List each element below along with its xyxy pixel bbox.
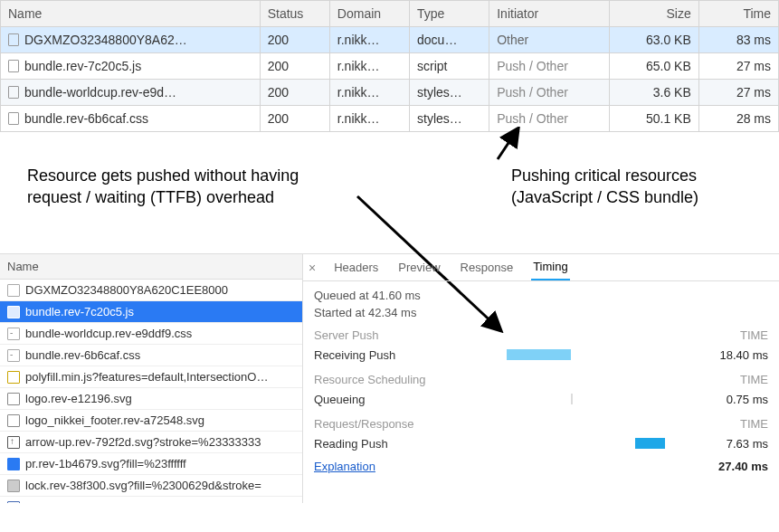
tab-timing[interactable]: Timing: [531, 254, 570, 280]
list-item-label: DGXMZO32348800Y8A620C1EE8000: [25, 283, 228, 297]
cell-time: 28 ms: [698, 106, 778, 132]
annotation-right-line2: (JavaScript / CSS bundle): [511, 188, 698, 206]
square-blue-icon: [7, 458, 20, 470]
cell-name: bundle.rev-7c20c5.js: [1, 53, 261, 80]
annotations: Resource gets pushed without having requ…: [18, 165, 761, 246]
timing-row-label: Receiving Push: [314, 348, 432, 362]
file-list-header: Name: [0, 254, 302, 280]
timing-bar: [635, 438, 665, 449]
details-panel: Name DGXMZO32348800Y8A620C1EE8000bundle.…: [0, 253, 779, 503]
timing-total-row: Explanation 27.40 ms: [314, 460, 768, 473]
table-row[interactable]: bundle.rev-7c20c5.js200r.nikk…scriptPush…: [1, 53, 779, 80]
list-item[interactable]: polyfill.min.js?features=default,Interse…: [0, 366, 302, 388]
list-item-label: logo_nikkei_footer.rev-a72548.svg: [25, 413, 204, 427]
timing-section: Request/ResponseTIMEReading Push7.63 ms: [314, 417, 768, 452]
col-time[interactable]: Time: [698, 1, 778, 27]
cell-time: 27 ms: [698, 80, 778, 106]
list-item-label: bundle.rev-7c20c5.js: [25, 305, 134, 318]
cell-status: 200: [260, 106, 329, 132]
list-item-label: arrow-up.rev-792f2d.svg?stroke=%23333333: [25, 435, 261, 449]
col-type[interactable]: Type: [410, 1, 489, 27]
cell-name: DGXMZO32348800Y8A62…: [1, 27, 261, 53]
timing-panel: Queued at 41.60 ms Started at 42.34 ms S…: [303, 281, 779, 477]
timing-bar: [507, 349, 571, 360]
cell-domain: r.nikk…: [329, 27, 409, 53]
network-table[interactable]: NameStatusDomainTypeInitiatorSizeTime DG…: [0, 0, 779, 132]
file-list[interactable]: Name DGXMZO32348800Y8A620C1EE8000bundle.…: [0, 254, 303, 503]
img-icon: [7, 393, 20, 405]
tab-response[interactable]: Response: [459, 255, 516, 280]
file-icon: [8, 60, 19, 72]
tab-preview[interactable]: Preview: [396, 255, 442, 280]
cell-status: 200: [260, 80, 329, 106]
col-name[interactable]: Name: [1, 1, 261, 27]
list-item-label: pr.rev-1b4679.svg?fill=%23ffffff: [25, 457, 186, 470]
table-row[interactable]: bundle.rev-6b6caf.css200r.nikk…styles…Pu…: [1, 106, 779, 132]
list-item[interactable]: arrow-up.rev-792f2d.svg?stroke=%23333333: [0, 432, 302, 453]
list-item[interactable]: lock.rev-38f300.svg?fill=%2300629d&strok…: [0, 475, 302, 497]
timing-row: Receiving Push18.40 ms: [314, 346, 768, 364]
cell-size: 65.0 KB: [609, 53, 698, 80]
list-item[interactable]: logo_nikkei_footer.rev-a72548.svg: [0, 410, 302, 432]
table-row[interactable]: DGXMZO32348800Y8A62…200r.nikk…docu…Other…: [1, 27, 779, 53]
css-icon: [7, 349, 20, 362]
cell-status: 200: [260, 53, 329, 80]
list-item-label: polyfill.min.js?features=default,Interse…: [25, 370, 268, 384]
time-heading: TIME: [740, 417, 768, 431]
cell-size: 50.1 KB: [609, 106, 698, 132]
table-row[interactable]: bundle-worldcup.rev-e9d…200r.nikk…styles…: [1, 80, 779, 106]
cell-size: 3.6 KB: [609, 80, 698, 106]
timing-total-value: 27.40 ms: [718, 460, 768, 473]
list-item[interactable]: bundle.rev-6b6caf.css: [0, 345, 302, 366]
js-icon: [7, 306, 20, 318]
list-item[interactable]: bundle-worldcup.rev-e9ddf9.css: [0, 323, 302, 345]
js-icon: [7, 371, 20, 384]
col-status[interactable]: Status: [260, 1, 329, 27]
col-initiator[interactable]: Initiator: [489, 1, 609, 27]
col-domain[interactable]: Domain: [329, 1, 409, 27]
time-heading: TIME: [740, 373, 768, 386]
cell-initiator: Other: [489, 27, 609, 53]
time-heading: TIME: [740, 328, 768, 342]
cell-type: script: [410, 53, 489, 80]
annotation-left: Resource gets pushed without having requ…: [27, 165, 353, 209]
square-white-icon: [7, 480, 20, 492]
timing-bar-track: [432, 347, 699, 362]
doc-icon: [7, 284, 20, 297]
timing-sections: Server PushTIMEReceiving Push18.40 msRes…: [314, 328, 768, 452]
timing-row: Reading Push7.63 ms: [314, 434, 768, 452]
cell-name: bundle.rev-6b6caf.css: [1, 106, 261, 132]
list-item[interactable]: bundle.rev-7c20c5.js: [0, 301, 302, 323]
started-text: Started at 42.34 ms: [314, 306, 768, 319]
timing-bar: [571, 394, 573, 404]
timing-bar-track: [432, 392, 699, 406]
file-icon: [8, 112, 19, 125]
explanation-link[interactable]: Explanation: [314, 460, 375, 473]
tab-headers[interactable]: Headers: [332, 255, 380, 280]
tabs: × HeadersPreviewResponseTiming: [303, 254, 779, 281]
annotation-left-line2: request / waiting (TTFB) overhead: [27, 188, 274, 206]
section-title: Request/Response: [314, 417, 414, 431]
cell-initiator: Push / Other: [489, 106, 609, 132]
svg-line-0: [498, 132, 516, 159]
cell-initiator: Push / Other: [489, 53, 609, 80]
col-size[interactable]: Size: [609, 1, 698, 27]
cell-name: bundle-worldcup.rev-e9d…: [1, 80, 261, 106]
cell-time: 83 ms: [698, 27, 778, 53]
list-item-label: lock.rev-38f300.svg?fill=%2300629d&strok…: [25, 479, 261, 492]
img-icon: [7, 414, 20, 427]
close-icon[interactable]: ×: [309, 261, 316, 275]
list-item[interactable]: DGXMZO32348800Y8A620C1EE8000: [0, 280, 302, 301]
cell-initiator: Push / Other: [489, 80, 609, 106]
svg-arrow-icon: [7, 436, 20, 449]
list-item-label: facebook-fill.rev-7cbafb.svg?fill=%23006…: [25, 500, 256, 503]
cell-type: docu…: [410, 27, 489, 53]
cell-status: 200: [260, 27, 329, 53]
timing-bar-track: [432, 436, 699, 451]
annotation-left-line1: Resource gets pushed without having: [27, 166, 299, 185]
list-item[interactable]: facebook-fill.rev-7cbafb.svg?fill=%23006…: [0, 497, 302, 503]
list-item[interactable]: logo.rev-e12196.svg: [0, 388, 302, 410]
list-item[interactable]: pr.rev-1b4679.svg?fill=%23ffffff: [0, 453, 302, 475]
timing-row-value: 0.75 ms: [699, 393, 768, 406]
cell-type: styles…: [410, 80, 489, 106]
